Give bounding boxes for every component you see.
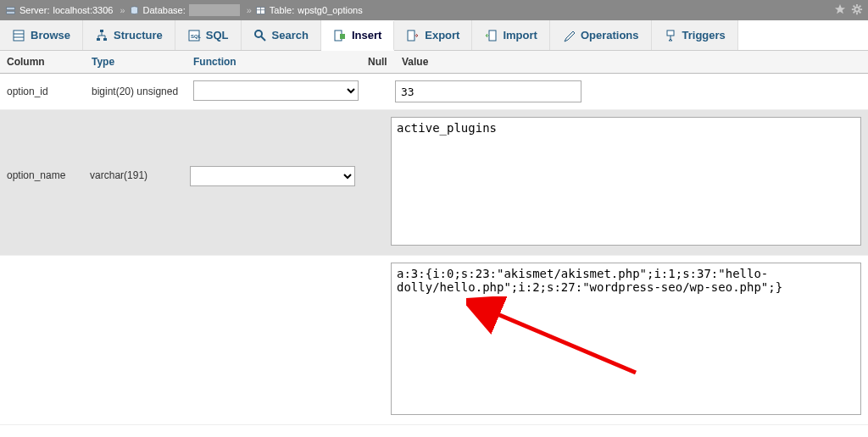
function-cell bbox=[185, 256, 361, 424]
tab-label: Triggers bbox=[682, 29, 726, 41]
svg-rect-10 bbox=[100, 30, 103, 32]
value-textarea-option-name[interactable] bbox=[391, 117, 861, 246]
triggers-icon bbox=[664, 29, 677, 42]
svg-rect-21 bbox=[667, 30, 674, 36]
function-select[interactable] bbox=[193, 80, 359, 101]
svg-rect-11 bbox=[97, 38, 100, 41]
breadcrumb: Server: localhost:3306 » Database: » Tab… bbox=[0, 0, 868, 20]
svg-rect-20 bbox=[489, 30, 496, 41]
svg-rect-0 bbox=[7, 7, 15, 9]
table-label: Table: bbox=[270, 5, 294, 15]
tab-browse[interactable]: Browse bbox=[0, 20, 83, 50]
breadcrumb-sep: » bbox=[247, 5, 252, 15]
table-icon bbox=[255, 5, 266, 16]
database-icon bbox=[129, 5, 140, 16]
tabs-bar: Browse Structure SQL SQL Search Insert E… bbox=[0, 20, 868, 51]
header-null: Null bbox=[364, 51, 395, 73]
svg-point-6 bbox=[854, 7, 859, 11]
table-header-row: Column Type Function Null Value bbox=[0, 51, 868, 74]
breadcrumb-server[interactable]: Server: localhost:3306 bbox=[5, 5, 113, 16]
insert-row-option-value bbox=[0, 256, 868, 425]
svg-point-15 bbox=[255, 30, 262, 37]
tab-export[interactable]: Export bbox=[394, 20, 472, 50]
search-icon bbox=[253, 29, 267, 42]
database-value-blurred bbox=[189, 4, 240, 16]
column-type: bigint(20) unsigned bbox=[85, 74, 186, 109]
tab-sql[interactable]: SQL SQL bbox=[175, 20, 242, 50]
tab-triggers[interactable]: Triggers bbox=[652, 20, 738, 50]
column-name: option_name bbox=[0, 110, 83, 255]
tab-label: Search bbox=[272, 29, 309, 41]
insert-row-option-id: option_id bigint(20) unsigned bbox=[0, 74, 868, 110]
tab-label: Browse bbox=[31, 29, 70, 41]
import-icon bbox=[484, 29, 498, 42]
operations-icon bbox=[562, 29, 576, 42]
header-value: Value bbox=[395, 51, 868, 73]
star-icon[interactable] bbox=[834, 3, 846, 17]
function-select[interactable] bbox=[190, 166, 355, 186]
svg-rect-19 bbox=[408, 30, 415, 41]
insert-icon bbox=[333, 29, 347, 42]
tab-label: Insert bbox=[352, 29, 381, 41]
tab-label: Operations bbox=[581, 29, 639, 41]
gear-icon[interactable] bbox=[851, 3, 863, 17]
browse-icon bbox=[12, 29, 25, 42]
value-input-option-id[interactable] bbox=[395, 80, 581, 102]
sql-icon: SQL bbox=[187, 29, 201, 42]
svg-rect-18 bbox=[340, 34, 345, 39]
breadcrumb-database[interactable]: Database: bbox=[129, 4, 240, 16]
header-column: Column bbox=[0, 51, 85, 73]
tab-label: SQL bbox=[206, 29, 229, 41]
database-label: Database: bbox=[143, 5, 186, 15]
svg-rect-12 bbox=[103, 38, 107, 41]
svg-line-16 bbox=[261, 36, 265, 41]
column-type bbox=[84, 256, 185, 424]
breadcrumb-sep: » bbox=[120, 5, 125, 15]
svg-rect-1 bbox=[7, 11, 15, 14]
tab-search[interactable]: Search bbox=[242, 20, 321, 50]
column-name bbox=[0, 256, 84, 424]
breadcrumb-table[interactable]: Table: wpstg0_options bbox=[255, 5, 363, 16]
value-textarea-option-value[interactable] bbox=[391, 263, 861, 415]
table-value: wpstg0_options bbox=[298, 5, 362, 15]
header-function[interactable]: Function bbox=[186, 51, 364, 73]
null-cell bbox=[364, 74, 395, 109]
tab-insert[interactable]: Insert bbox=[321, 21, 394, 51]
null-cell bbox=[361, 110, 391, 255]
export-icon bbox=[406, 29, 420, 42]
column-name: option_id bbox=[0, 74, 85, 109]
tab-label: Structure bbox=[114, 29, 163, 41]
tab-operations[interactable]: Operations bbox=[550, 20, 652, 50]
tab-label: Import bbox=[503, 29, 537, 41]
server-icon bbox=[5, 5, 16, 16]
tab-label: Export bbox=[425, 29, 459, 41]
server-value: localhost:3306 bbox=[53, 5, 113, 15]
insert-row-option-name: option_name varchar(191) bbox=[0, 110, 868, 256]
column-type: varchar(191) bbox=[83, 110, 183, 255]
header-type[interactable]: Type bbox=[85, 51, 186, 73]
null-cell bbox=[360, 256, 391, 424]
server-label: Server: bbox=[19, 5, 49, 15]
svg-rect-7 bbox=[14, 30, 24, 41]
svg-text:SQL: SQL bbox=[191, 34, 201, 39]
structure-icon bbox=[95, 29, 108, 42]
tab-import[interactable]: Import bbox=[472, 20, 549, 50]
tab-structure[interactable]: Structure bbox=[83, 20, 175, 50]
